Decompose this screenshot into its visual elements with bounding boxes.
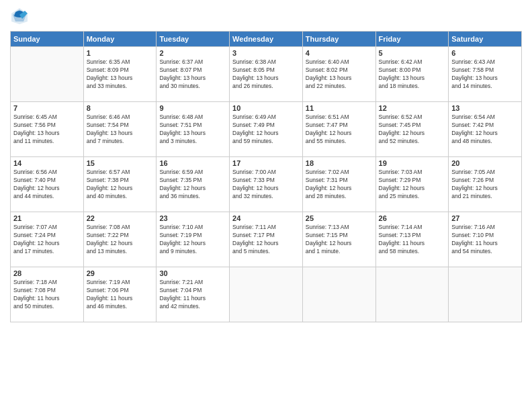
day-cell: 20Sunrise: 7:05 AMSunset: 7:26 PMDayligh… <box>449 157 522 212</box>
day-cell: 24Sunrise: 7:11 AMSunset: 7:17 PMDayligh… <box>230 212 303 267</box>
day-cell: 19Sunrise: 7:03 AMSunset: 7:29 PMDayligh… <box>375 157 449 212</box>
day-number: 18 <box>306 159 373 167</box>
day-cell: 15Sunrise: 6:57 AMSunset: 7:38 PMDayligh… <box>83 157 157 212</box>
day-cell <box>449 267 522 322</box>
day-cell: 16Sunrise: 6:59 AMSunset: 7:35 PMDayligh… <box>157 157 230 212</box>
day-info: Sunrise: 7:08 AMSunset: 7:22 PMDaylight:… <box>87 224 154 256</box>
day-info: Sunrise: 7:10 AMSunset: 7:19 PMDaylight:… <box>159 224 226 256</box>
day-number: 3 <box>232 49 300 57</box>
day-info: Sunrise: 6:57 AMSunset: 7:38 PMDaylight:… <box>87 169 154 201</box>
day-number: 2 <box>159 49 226 57</box>
weekday-header: Wednesday <box>230 32 303 47</box>
weekday-header: Friday <box>375 32 449 47</box>
day-cell: 2Sunrise: 6:37 AMSunset: 8:07 PMDaylight… <box>157 47 230 102</box>
day-info: Sunrise: 7:05 AMSunset: 7:26 PMDaylight:… <box>451 169 519 201</box>
day-cell: 28Sunrise: 7:18 AMSunset: 7:08 PMDayligh… <box>11 267 84 322</box>
weekday-header: Thursday <box>302 32 375 47</box>
day-number: 23 <box>159 214 226 222</box>
day-cell: 6Sunrise: 6:43 AMSunset: 7:58 PMDaylight… <box>449 47 522 102</box>
day-number: 29 <box>87 269 154 277</box>
day-number: 26 <box>379 214 446 222</box>
day-number: 25 <box>306 214 373 222</box>
header-row: SundayMondayTuesdayWednesdayThursdayFrid… <box>11 32 522 47</box>
day-cell: 13Sunrise: 6:54 AMSunset: 7:42 PMDayligh… <box>449 102 522 157</box>
day-number: 22 <box>87 214 154 222</box>
day-number: 28 <box>13 269 81 277</box>
header <box>10 7 522 26</box>
day-info: Sunrise: 7:18 AMSunset: 7:08 PMDaylight:… <box>13 279 81 311</box>
day-number: 10 <box>232 104 300 112</box>
day-info: Sunrise: 6:56 AMSunset: 7:40 PMDaylight:… <box>13 169 81 201</box>
day-info: Sunrise: 7:00 AMSunset: 7:33 PMDaylight:… <box>232 169 300 201</box>
day-cell: 7Sunrise: 6:45 AMSunset: 7:56 PMDaylight… <box>11 102 84 157</box>
day-info: Sunrise: 7:21 AMSunset: 7:04 PMDaylight:… <box>159 279 226 311</box>
day-cell: 30Sunrise: 7:21 AMSunset: 7:04 PMDayligh… <box>157 267 230 322</box>
day-cell: 29Sunrise: 7:19 AMSunset: 7:06 PMDayligh… <box>83 267 157 322</box>
day-number: 17 <box>232 159 300 167</box>
week-row: 21Sunrise: 7:07 AMSunset: 7:24 PMDayligh… <box>11 212 522 267</box>
day-info: Sunrise: 7:19 AMSunset: 7:06 PMDaylight:… <box>87 279 154 311</box>
weekday-header: Saturday <box>449 32 522 47</box>
day-number: 1 <box>87 49 154 57</box>
page: SundayMondayTuesdayWednesdayThursdayFrid… <box>0 0 532 411</box>
day-info: Sunrise: 6:43 AMSunset: 7:58 PMDaylight:… <box>451 58 519 91</box>
day-cell <box>11 47 84 102</box>
day-number: 13 <box>451 104 519 112</box>
day-cell: 22Sunrise: 7:08 AMSunset: 7:22 PMDayligh… <box>83 212 157 267</box>
day-info: Sunrise: 7:07 AMSunset: 7:24 PMDaylight:… <box>13 224 81 256</box>
day-number: 9 <box>159 104 226 112</box>
week-row: 28Sunrise: 7:18 AMSunset: 7:08 PMDayligh… <box>11 267 522 322</box>
day-number: 4 <box>306 49 373 57</box>
logo <box>10 7 30 26</box>
day-info: Sunrise: 6:51 AMSunset: 7:47 PMDaylight:… <box>306 113 373 146</box>
day-number: 11 <box>306 104 373 112</box>
day-cell: 23Sunrise: 7:10 AMSunset: 7:19 PMDayligh… <box>157 212 230 267</box>
day-cell: 4Sunrise: 6:40 AMSunset: 8:02 PMDaylight… <box>302 47 375 102</box>
day-cell <box>375 267 449 322</box>
day-info: Sunrise: 6:40 AMSunset: 8:02 PMDaylight:… <box>306 58 373 91</box>
day-info: Sunrise: 6:35 AMSunset: 8:09 PMDaylight:… <box>87 58 154 91</box>
week-row: 1Sunrise: 6:35 AMSunset: 8:09 PMDaylight… <box>11 47 522 102</box>
day-info: Sunrise: 6:49 AMSunset: 7:49 PMDaylight:… <box>232 113 300 146</box>
day-number: 21 <box>13 214 81 222</box>
day-info: Sunrise: 6:54 AMSunset: 7:42 PMDaylight:… <box>451 113 519 146</box>
day-cell: 12Sunrise: 6:52 AMSunset: 7:45 PMDayligh… <box>375 102 449 157</box>
day-info: Sunrise: 7:13 AMSunset: 7:15 PMDaylight:… <box>306 224 373 256</box>
day-cell: 9Sunrise: 6:48 AMSunset: 7:51 PMDaylight… <box>157 102 230 157</box>
day-number: 24 <box>232 214 300 222</box>
day-cell: 21Sunrise: 7:07 AMSunset: 7:24 PMDayligh… <box>11 212 84 267</box>
day-cell: 26Sunrise: 7:14 AMSunset: 7:13 PMDayligh… <box>375 212 449 267</box>
day-cell: 8Sunrise: 6:46 AMSunset: 7:54 PMDaylight… <box>83 102 157 157</box>
day-number: 12 <box>379 104 446 112</box>
day-number: 7 <box>13 104 81 112</box>
day-info: Sunrise: 6:52 AMSunset: 7:45 PMDaylight:… <box>379 113 446 146</box>
day-info: Sunrise: 6:38 AMSunset: 8:05 PMDaylight:… <box>232 58 300 91</box>
day-info: Sunrise: 6:45 AMSunset: 7:56 PMDaylight:… <box>13 113 81 146</box>
day-info: Sunrise: 6:59 AMSunset: 7:35 PMDaylight:… <box>159 169 226 201</box>
day-number: 15 <box>87 159 154 167</box>
logo-icon <box>10 7 29 26</box>
day-info: Sunrise: 6:42 AMSunset: 8:00 PMDaylight:… <box>379 58 446 91</box>
day-info: Sunrise: 7:03 AMSunset: 7:29 PMDaylight:… <box>379 169 446 201</box>
day-number: 27 <box>451 214 519 222</box>
day-number: 19 <box>379 159 446 167</box>
day-number: 30 <box>159 269 226 277</box>
day-cell: 3Sunrise: 6:38 AMSunset: 8:05 PMDaylight… <box>230 47 303 102</box>
day-number: 6 <box>451 49 519 57</box>
weekday-header: Tuesday <box>157 32 230 47</box>
day-cell <box>302 267 375 322</box>
day-info: Sunrise: 6:46 AMSunset: 7:54 PMDaylight:… <box>87 113 154 146</box>
weekday-header: Monday <box>83 32 157 47</box>
day-number: 16 <box>159 159 226 167</box>
day-number: 20 <box>451 159 519 167</box>
day-cell: 5Sunrise: 6:42 AMSunset: 8:00 PMDaylight… <box>375 47 449 102</box>
week-row: 7Sunrise: 6:45 AMSunset: 7:56 PMDaylight… <box>11 102 522 157</box>
day-cell: 18Sunrise: 7:02 AMSunset: 7:31 PMDayligh… <box>302 157 375 212</box>
day-info: Sunrise: 6:48 AMSunset: 7:51 PMDaylight:… <box>159 113 226 146</box>
day-cell: 17Sunrise: 7:00 AMSunset: 7:33 PMDayligh… <box>230 157 303 212</box>
day-cell: 11Sunrise: 6:51 AMSunset: 7:47 PMDayligh… <box>302 102 375 157</box>
day-info: Sunrise: 7:02 AMSunset: 7:31 PMDaylight:… <box>306 169 373 201</box>
weekday-header: Sunday <box>11 32 84 47</box>
day-number: 14 <box>13 159 81 167</box>
day-cell: 14Sunrise: 6:56 AMSunset: 7:40 PMDayligh… <box>11 157 84 212</box>
